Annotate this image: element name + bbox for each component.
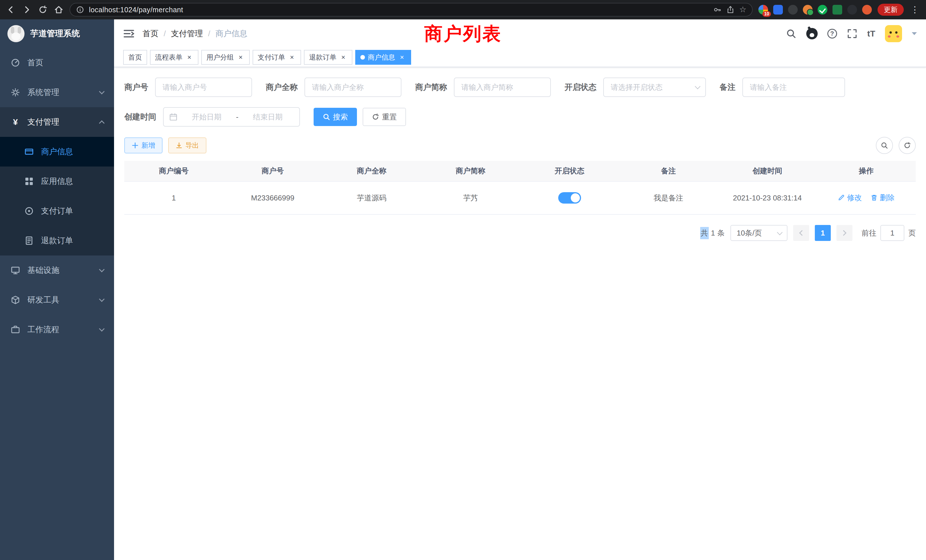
github-icon[interactable] xyxy=(806,28,818,39)
url-text: localhost:1024/pay/merchant xyxy=(89,6,708,14)
filter-full-name: 商户全称 xyxy=(266,77,401,97)
refresh-icon[interactable] xyxy=(38,5,48,15)
key-icon[interactable] xyxy=(713,5,722,14)
search-icon[interactable] xyxy=(786,28,797,39)
extension-icon-4[interactable] xyxy=(803,5,813,15)
full-name-input-wrap xyxy=(304,77,401,97)
add-button[interactable]: 新增 xyxy=(124,138,162,153)
field-label: 商户号 xyxy=(124,82,148,93)
forward-icon[interactable] xyxy=(22,5,32,15)
delete-link[interactable]: 删除 xyxy=(871,193,895,203)
close-icon[interactable]: × xyxy=(339,53,347,61)
tab-process-form[interactable]: 流程表单 × xyxy=(150,50,198,65)
extension-icon-5[interactable] xyxy=(818,5,828,15)
gear-icon xyxy=(10,88,21,97)
target-icon xyxy=(24,206,34,216)
tab-pay-order[interactable]: 支付订单 × xyxy=(253,50,301,65)
status-toggle[interactable] xyxy=(558,192,581,204)
table-row: 1 M233666999 芋道源码 芋艿 我是备注 2021-10-23 08:… xyxy=(124,182,916,215)
browser-toolbar: localhost:1024/pay/merchant ☆ 10 更新 ⋮ xyxy=(0,0,926,20)
profile-avatar-icon[interactable] xyxy=(862,5,872,15)
page-info-icon[interactable] xyxy=(76,5,85,14)
export-button[interactable]: 导出 xyxy=(168,138,206,153)
sidebar-item-refund-order[interactable]: 退款订单 xyxy=(0,226,114,256)
bookmark-star-icon[interactable]: ☆ xyxy=(739,6,746,14)
goto-page-input[interactable] xyxy=(881,225,904,241)
back-icon[interactable] xyxy=(6,5,16,15)
sidebar-item-infrastructure[interactable]: 基础设施 xyxy=(0,256,114,285)
sidebar-item-app-info[interactable]: 应用信息 xyxy=(0,166,114,196)
reset-button[interactable]: 重置 xyxy=(363,108,406,126)
close-icon[interactable]: × xyxy=(288,53,296,61)
extension-icon-3[interactable] xyxy=(788,5,798,15)
col-short-name: 商户简称 xyxy=(421,161,520,182)
remark-input[interactable] xyxy=(750,83,838,92)
yen-icon: ¥ xyxy=(10,118,21,126)
cell-remark: 我是备注 xyxy=(619,182,718,215)
next-page-button[interactable] xyxy=(837,225,852,241)
short-name-input[interactable] xyxy=(461,83,543,92)
page-number-1[interactable]: 1 xyxy=(815,225,831,241)
status-select[interactable]: 请选择开启状态 xyxy=(603,77,706,97)
sidebar-item-merchant-info[interactable]: 商户信息 xyxy=(0,137,114,166)
hide-search-icon-button[interactable] xyxy=(876,137,893,154)
user-avatar[interactable] xyxy=(885,25,902,42)
sidebar-item-dev-tools[interactable]: 研发工具 xyxy=(0,285,114,315)
document-icon xyxy=(24,236,34,245)
tab-label: 用户分组 xyxy=(206,53,234,62)
chevron-down-icon xyxy=(99,326,104,331)
tab-refund-order[interactable]: 退款订单 × xyxy=(304,50,353,65)
close-icon[interactable]: × xyxy=(185,53,193,61)
page-size-select[interactable]: 10条/页 xyxy=(731,225,787,241)
filter-merchant-no: 商户号 xyxy=(124,77,252,97)
browser-menu-icon[interactable]: ⋮ xyxy=(909,5,920,14)
col-actions: 操作 xyxy=(817,161,916,182)
short-name-input-wrap xyxy=(454,77,551,97)
merchant-no-input[interactable] xyxy=(162,83,245,92)
sidebar-logo[interactable]: 芋道管理系统 xyxy=(0,20,114,48)
breadcrumb-home[interactable]: 首页 xyxy=(142,28,159,39)
field-label: 备注 xyxy=(720,82,735,93)
field-label: 商户全称 xyxy=(266,82,298,93)
sidebar-item-pay-order[interactable]: 支付订单 xyxy=(0,196,114,226)
tab-home[interactable]: 首页 xyxy=(123,50,147,65)
close-icon[interactable]: × xyxy=(237,53,245,61)
address-bar[interactable]: localhost:1024/pay/merchant ☆ xyxy=(70,3,753,17)
sidebar-item-home[interactable]: 首页 xyxy=(0,48,114,77)
extension-icon-7[interactable] xyxy=(847,5,857,15)
sidebar-item-system[interactable]: 系统管理 xyxy=(0,77,114,107)
refresh-table-icon-button[interactable] xyxy=(899,137,916,154)
tab-label: 流程表单 xyxy=(155,53,183,62)
prev-page-button[interactable] xyxy=(793,225,809,241)
sidebar-item-workflow[interactable]: 工作流程 xyxy=(0,315,114,344)
fullscreen-icon[interactable] xyxy=(847,28,858,39)
browser-update-button[interactable]: 更新 xyxy=(878,4,904,16)
edit-link[interactable]: 修改 xyxy=(838,193,862,203)
share-icon[interactable] xyxy=(726,5,735,14)
create-time-range-picker[interactable]: 开始日期 - 结束日期 xyxy=(163,107,300,127)
breadcrumb-payment[interactable]: 支付管理 xyxy=(171,28,203,39)
sidebar-item-payment[interactable]: ¥ 支付管理 xyxy=(0,107,114,137)
cell-full-name: 芋道源码 xyxy=(322,182,421,215)
delete-link-label: 删除 xyxy=(880,193,895,203)
tab-user-group[interactable]: 用户分组 × xyxy=(201,50,250,65)
search-button[interactable]: 搜索 xyxy=(313,108,357,126)
extension-icon-6[interactable] xyxy=(832,5,842,15)
font-size-icon[interactable]: tT xyxy=(867,29,875,38)
pagination: 共 1 条 10条/页 1 前往 页 xyxy=(124,225,916,241)
full-name-input[interactable] xyxy=(312,83,394,92)
app-frame: 芋道管理系统 首页 系统管理 ¥ 支付管理 商户信息 xyxy=(0,20,926,560)
extension-icon-1[interactable]: 10 xyxy=(758,5,768,15)
card-icon xyxy=(24,147,34,156)
hamburger-icon[interactable] xyxy=(123,28,135,39)
date-separator: - xyxy=(236,113,239,121)
monitor-icon xyxy=(10,266,21,275)
avatar-caret-icon[interactable] xyxy=(912,32,917,35)
field-label: 创建时间 xyxy=(124,112,156,122)
tab-label: 退款订单 xyxy=(309,53,336,62)
home-icon[interactable] xyxy=(54,5,64,15)
tab-merchant-info[interactable]: 商户信息 × xyxy=(355,50,411,65)
extension-icon-2[interactable] xyxy=(773,5,783,15)
close-icon[interactable]: × xyxy=(398,53,406,61)
help-icon[interactable]: ? xyxy=(828,29,837,38)
